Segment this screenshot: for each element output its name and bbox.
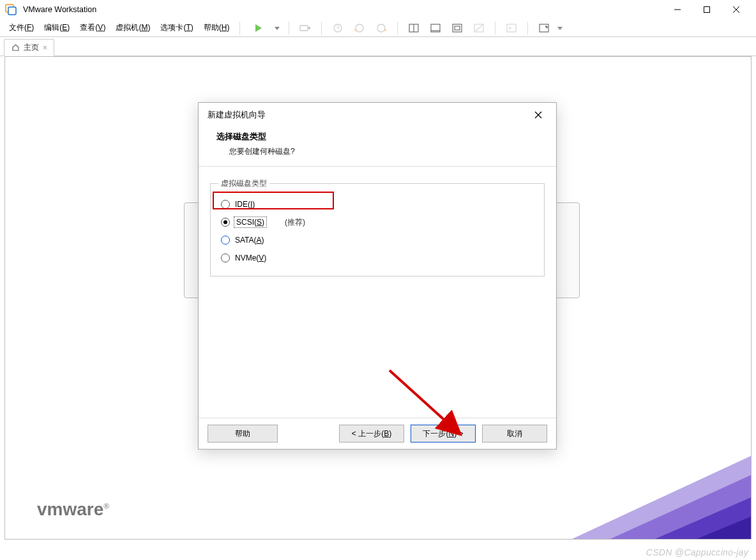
vmware-watermark: vmware®: [37, 499, 109, 520]
menu-help[interactable]: 帮助(H): [201, 20, 232, 35]
disk-type-nvme-row[interactable]: NVMe(V): [218, 249, 536, 267]
svg-marker-6: [255, 24, 262, 32]
svg-marker-26: [572, 456, 751, 539]
dialog-title: 新建虚拟机向导: [208, 109, 266, 121]
menu-vm[interactable]: 虚拟机(M): [113, 20, 153, 35]
svg-marker-27: [610, 475, 751, 539]
svg-rect-8: [300, 26, 308, 31]
menubar: 文件(F) 编辑(E) 查看(V) 虚拟机(M) 选项卡(T) 帮助(H): [0, 19, 756, 37]
dialog-close-button[interactable]: [529, 106, 547, 124]
svg-rect-1: [8, 7, 16, 15]
radio-icon: [221, 236, 230, 245]
svg-marker-25: [557, 27, 563, 30]
toolbar-separator: [289, 22, 289, 34]
layout-split-icon[interactable]: [405, 21, 422, 35]
unity-icon[interactable]: [449, 21, 465, 35]
svg-marker-28: [655, 497, 751, 539]
csdn-watermark: CSDN @Cappuccino-jay: [646, 547, 748, 557]
disk-type-nvme-label: NVMe(V): [235, 254, 266, 262]
window-minimize-button[interactable]: [663, 0, 692, 19]
window-title: VMware Workstation: [23, 5, 96, 14]
svg-rect-19: [453, 24, 462, 32]
new-vm-wizard-dialog: 新建虚拟机向导 选择磁盘类型 您要创建何种磁盘? 虚拟磁盘类型 IDE(I) S…: [198, 102, 557, 450]
disk-type-scsi-row[interactable]: SCSI(S) (推荐): [218, 213, 536, 231]
window-maximize-button[interactable]: [692, 0, 722, 19]
home-icon: [11, 43, 20, 52]
disk-type-legend: 虚拟磁盘类型: [218, 178, 269, 189]
dialog-header: 选择磁盘类型 您要创建何种磁盘?: [199, 127, 556, 166]
cancel-button[interactable]: 取消: [482, 425, 547, 443]
menu-tabs[interactable]: 选项卡(T): [158, 20, 195, 35]
svg-marker-7: [275, 27, 280, 30]
svg-rect-9: [308, 27, 310, 29]
next-button[interactable]: 下一步(N) >: [411, 425, 476, 443]
power-on-button[interactable]: [248, 21, 269, 35]
snapshot-take-icon[interactable]: [329, 21, 346, 35]
svg-rect-20: [455, 26, 460, 30]
fullscreen-icon[interactable]: [536, 21, 552, 35]
tabstrip: 主页 ×: [0, 37, 756, 56]
device-icon[interactable]: [297, 21, 314, 35]
radio-icon: [221, 200, 230, 209]
dialog-footer: 帮助 < 上一步(B) 下一步(N) > 取消: [199, 418, 556, 449]
dialog-heading: 选择磁盘类型: [216, 131, 545, 142]
svg-marker-29: [697, 517, 751, 539]
console-icon[interactable]: [503, 21, 520, 35]
power-dropdown-caret[interactable]: [275, 26, 281, 31]
corner-decoration: [534, 437, 751, 539]
snapshot-manage-icon[interactable]: [373, 21, 389, 35]
disk-type-sata-row[interactable]: SATA(A): [218, 231, 536, 249]
menu-file[interactable]: 文件(F): [6, 20, 36, 35]
disk-type-sata-label: SATA(A): [235, 236, 264, 245]
vmware-logo-icon: [5, 4, 17, 15]
disk-type-ide-label: IDE(I): [235, 200, 255, 209]
tab-home-label: 主页: [24, 42, 39, 53]
display-off-icon[interactable]: [471, 21, 487, 35]
tab-home[interactable]: 主页 ×: [4, 39, 54, 56]
fullscreen-dropdown-caret[interactable]: [557, 26, 564, 31]
help-button[interactable]: 帮助: [208, 425, 278, 443]
dialog-titlebar: 新建虚拟机向导: [199, 103, 556, 127]
menu-edit[interactable]: 编辑(E): [42, 20, 72, 35]
dialog-subheading: 您要创建何种磁盘?: [216, 146, 545, 157]
menu-view[interactable]: 查看(V): [77, 20, 108, 35]
back-button[interactable]: < 上一步(B): [339, 425, 404, 443]
dialog-body: 虚拟磁盘类型 IDE(I) SCSI(S) (推荐) SATA(A) NVMe: [199, 167, 556, 283]
toolbar-separator: [495, 22, 495, 34]
window-close-button[interactable]: [722, 0, 751, 19]
toolbar-separator: [321, 22, 322, 34]
app-window: VMware Workstation 文件(F) 编辑(E) 查看(V) 虚拟机…: [0, 0, 756, 560]
radio-icon: [221, 254, 230, 262]
radio-icon: [221, 218, 230, 227]
snapshot-revert-icon[interactable]: [351, 21, 368, 35]
disk-type-scsi-label: SCSI(S): [235, 218, 266, 227]
svg-line-22: [475, 25, 483, 31]
layout-single-icon[interactable]: [427, 21, 444, 35]
disk-type-ide-row[interactable]: IDE(I): [218, 195, 536, 213]
toolbar-separator: [397, 22, 398, 34]
svg-rect-3: [704, 7, 710, 13]
disk-type-group: 虚拟磁盘类型 IDE(I) SCSI(S) (推荐) SATA(A) NVMe: [210, 178, 545, 276]
toolbar-separator: [239, 22, 240, 34]
tab-close-icon[interactable]: ×: [43, 43, 47, 52]
recommended-hint: (推荐): [285, 217, 305, 228]
toolbar-separator: [527, 22, 528, 34]
titlebar: VMware Workstation: [0, 0, 756, 19]
